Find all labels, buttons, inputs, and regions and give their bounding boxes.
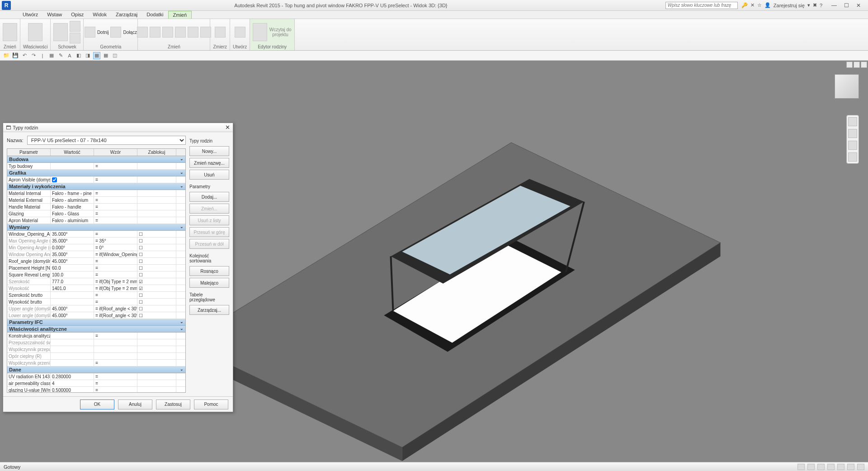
- copy-icon[interactable]: [70, 33, 80, 43]
- dialog-titlebar[interactable]: 🗔 Typy rodzin ✕: [3, 123, 233, 132]
- cope-icon[interactable]: [85, 27, 95, 38]
- cut-geom-icon[interactable]: [110, 27, 121, 38]
- table-row[interactable]: Placement Height [N(60.0=☐: [7, 265, 185, 271]
- dialog-close-button[interactable]: ✕: [225, 124, 230, 131]
- table-row[interactable]: Opór cieplny (R): [7, 353, 185, 360]
- close-button[interactable]: ✕: [856, 2, 861, 9]
- subscription-icon[interactable]: 🔑: [741, 2, 748, 8]
- viewcube[interactable]: [835, 74, 859, 99]
- move-down-button[interactable]: Przesuń w dół: [189, 239, 229, 249]
- sort-desc-button[interactable]: Malejąco: [189, 278, 229, 288]
- delete-button[interactable]: Usuń: [189, 170, 229, 180]
- table-row[interactable]: Material InternalFakro - frame - pine=: [7, 190, 185, 197]
- star-icon[interactable]: ☆: [757, 2, 762, 8]
- status-icon[interactable]: [797, 464, 805, 470]
- cancel-button[interactable]: Anuluj: [118, 400, 152, 409]
- status-icon[interactable]: [847, 464, 854, 470]
- paste-icon[interactable]: [53, 23, 68, 41]
- vc-icon[interactable]: [846, 62, 853, 68]
- table-row[interactable]: Min Opening Angle (d0.000°= 0°☐: [7, 244, 185, 251]
- status-icon[interactable]: [827, 464, 835, 470]
- table-row[interactable]: Konstrukcja analityczn=: [7, 333, 185, 339]
- offset-icon[interactable]: [162, 27, 173, 38]
- align-icon[interactable]: [137, 27, 148, 38]
- table-row[interactable]: Window Opening Ang35.000°= if(Window_Ope…: [7, 251, 185, 258]
- create-icon[interactable]: [235, 27, 245, 38]
- param-group[interactable]: Właściwości analityczne⌄: [7, 326, 185, 333]
- qat-hilite-icon[interactable]: ▦: [93, 52, 100, 59]
- search-input[interactable]: [665, 2, 738, 9]
- status-filter-icon[interactable]: [857, 464, 864, 470]
- app-logo[interactable]: R: [2, 1, 11, 10]
- signin-label[interactable]: Zarejestruj się: [774, 3, 805, 8]
- table-row[interactable]: Material ExternalFakro - aluminium=: [7, 197, 185, 204]
- table-row[interactable]: Współczynnik przenik=: [7, 360, 185, 366]
- table-row[interactable]: Handle MaterialFakro - handle=: [7, 204, 185, 210]
- menu-utworz[interactable]: Utwórz: [18, 11, 42, 19]
- measure-icon[interactable]: [215, 27, 226, 38]
- exchange-icon[interactable]: ✕: [750, 2, 755, 8]
- param-group[interactable]: Budowa⌄: [7, 156, 185, 163]
- menu-wstaw[interactable]: Wstaw: [42, 11, 66, 19]
- param-group[interactable]: Dane⌄: [7, 366, 185, 373]
- table-row[interactable]: Wysokość1401.0= if(Obj Type = 2 mm, 9☑: [7, 285, 185, 292]
- table-row[interactable]: glazing U-value [W/m0.500000=: [7, 387, 185, 393]
- table-row[interactable]: Wysokość brutto=☐: [7, 299, 185, 305]
- remove-button[interactable]: Usuń z listy: [189, 215, 229, 225]
- ok-button[interactable]: OK: [80, 400, 114, 409]
- qat-redo-icon[interactable]: ↷: [30, 52, 37, 59]
- nav-pan-icon[interactable]: [848, 129, 857, 138]
- qat-open-icon[interactable]: 📁: [3, 52, 10, 59]
- qat-icon[interactable]: A: [66, 52, 73, 59]
- minimize-button[interactable]: —: [831, 2, 837, 9]
- table-row[interactable]: Lower angle (domyśln45.000°= if(Roof_ang…: [7, 312, 185, 319]
- modify-icon[interactable]: [3, 23, 17, 41]
- parameter-table[interactable]: Parametr Wartość Wzór Zablokuj Budowa⌄Ty…: [7, 148, 186, 393]
- user-icon[interactable]: 👤: [764, 2, 771, 8]
- param-group[interactable]: Parametry IFC⌄: [7, 319, 185, 326]
- help-icon[interactable]: ?: [820, 3, 822, 8]
- table-row[interactable]: Apron Visible (domyśl=: [7, 176, 185, 183]
- table-row[interactable]: Apron MaterialFakro - aluminium=: [7, 217, 185, 224]
- nav-orbit-icon[interactable]: [848, 152, 857, 162]
- type-name-select[interactable]: FPP-V U5 preSelect - 07 - 78x140: [27, 136, 186, 145]
- sort-asc-button[interactable]: Rosnąco: [189, 266, 229, 276]
- nav-wheel-icon[interactable]: [848, 117, 857, 126]
- qat-icon[interactable]: ◧: [75, 52, 82, 59]
- modify-button[interactable]: Zmień...: [189, 204, 229, 214]
- rename-button[interactable]: Zmień nazwę...: [189, 158, 229, 168]
- help-button[interactable]: Pomoc: [194, 400, 228, 409]
- table-row[interactable]: Max Opening Angle (d35.000°= 35°☐: [7, 238, 185, 244]
- cut-icon[interactable]: [70, 21, 80, 32]
- load-project-icon[interactable]: [253, 23, 267, 41]
- move-icon[interactable]: [150, 27, 160, 38]
- new-button[interactable]: Nowy...: [189, 146, 229, 156]
- dropdown-icon[interactable]: ▾: [807, 2, 810, 8]
- menu-zmien[interactable]: Zmień: [168, 11, 192, 19]
- table-row[interactable]: Typ budowy=: [7, 163, 185, 170]
- param-group[interactable]: Grafika⌄: [7, 170, 185, 176]
- qat-undo-icon[interactable]: ↶: [21, 52, 28, 59]
- properties-icon[interactable]: [28, 23, 42, 41]
- table-row[interactable]: GlazingFakro - Glass=: [7, 210, 185, 217]
- qat-icon[interactable]: ◫: [111, 52, 118, 59]
- qat-icon[interactable]: ▦: [102, 52, 109, 59]
- table-row[interactable]: Szerokość777.0= if(Obj Type = 2 mm, 5☑: [7, 278, 185, 285]
- vc-icon[interactable]: [854, 62, 860, 68]
- table-row[interactable]: Square Reveal Length100.0=☐: [7, 271, 185, 278]
- nav-zoom-icon[interactable]: [848, 141, 857, 150]
- param-group[interactable]: Materiały i wykończenia⌄: [7, 183, 185, 190]
- menu-dodatki[interactable]: Dodatki: [142, 11, 168, 19]
- table-row[interactable]: Roof_angle (domyślni45.000°=☐: [7, 258, 185, 265]
- manage-button[interactable]: Zarządzaj...: [189, 305, 229, 315]
- table-row[interactable]: Szerokość brutto=☐: [7, 292, 185, 299]
- move-up-button[interactable]: Przesuń w górę: [189, 227, 229, 237]
- rotate-icon[interactable]: [188, 27, 198, 38]
- table-row[interactable]: Upper angle (domyśln45.000°= if(Roof_ang…: [7, 305, 185, 312]
- param-group[interactable]: Wymiary⌄: [7, 224, 185, 231]
- split-icon[interactable]: [200, 27, 211, 38]
- table-row[interactable]: Przepuszczalność świa: [7, 339, 185, 346]
- menu-opisz[interactable]: Opisz: [66, 11, 88, 19]
- table-row[interactable]: Współczynnik przepus: [7, 346, 185, 353]
- status-icon[interactable]: [817, 464, 825, 470]
